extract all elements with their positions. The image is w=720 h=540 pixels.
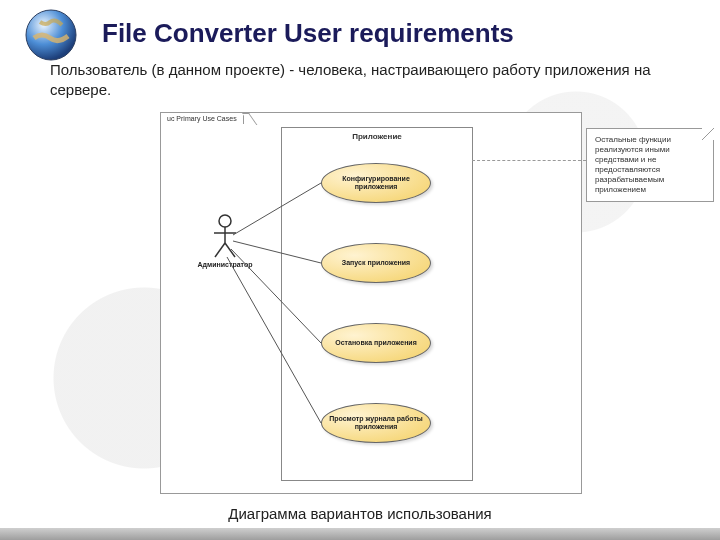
diagram-caption: Диаграмма вариантов использования [0, 505, 720, 522]
svg-point-0 [26, 10, 76, 60]
usecase-diagram: uc Primary Use Cases Приложение Админист… [160, 112, 582, 494]
actor-label: Администратор [195, 261, 255, 268]
svg-line-5 [225, 243, 235, 257]
svg-point-1 [219, 215, 231, 227]
usecase-stop: Остановка приложения [321, 323, 431, 363]
svg-line-4 [215, 243, 225, 257]
footer-bar [0, 528, 720, 540]
usecase-log: Просмотр журнала работы приложения [321, 403, 431, 443]
actor: Администратор [195, 213, 255, 268]
annotation-connector [472, 160, 586, 161]
page-title: File Converter User requirements [102, 18, 514, 49]
usecase-configure: Конфигурирование приложения [321, 163, 431, 203]
usecase-start: Запуск приложения [321, 243, 431, 283]
actor-stick-icon [210, 213, 240, 259]
page-subtitle: Пользователь (в данном проекте) - челове… [50, 60, 680, 101]
annotation-note: Остальные функции реализуются иными сред… [586, 128, 714, 202]
globe-icon [24, 8, 78, 62]
diagram-frame-label: uc Primary Use Cases [160, 112, 244, 124]
system-label: Приложение [282, 132, 472, 141]
